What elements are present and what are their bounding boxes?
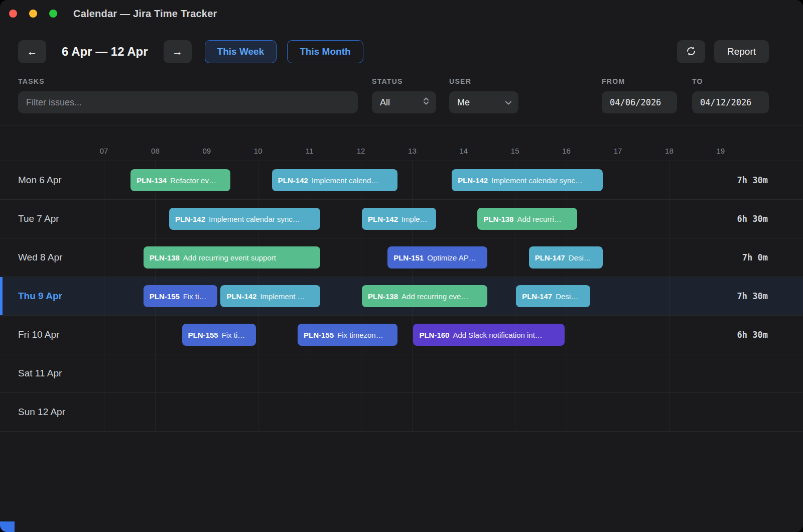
day-total: 6h 30m bbox=[737, 214, 768, 224]
bottom-left-accent-shape bbox=[0, 521, 15, 532]
day-row: Mon 6 AprPLN-134Refactor ev…PLN-142Imple… bbox=[0, 161, 803, 199]
day-row: Thu 9 AprPLN-155Fix ti…PLN-142Implement … bbox=[0, 277, 803, 315]
event-pill[interactable]: PLN-160Add Slack notification int… bbox=[413, 324, 564, 346]
status-select[interactable]: All bbox=[372, 91, 436, 113]
app-window: Calendar — Jira Time Tracker ← 6 Apr — 1… bbox=[0, 0, 803, 532]
event-pill[interactable]: PLN-147Desi… bbox=[529, 246, 603, 269]
hour-label: 13 bbox=[408, 147, 417, 155]
event-title: Add Slack notification int… bbox=[453, 331, 542, 339]
event-title: Desi… bbox=[556, 292, 578, 301]
event-key: PLN-155 bbox=[150, 292, 180, 301]
tasks-label: TASKS bbox=[18, 77, 358, 86]
calendar-rows: Mon 6 AprPLN-134Refactor ev…PLN-142Imple… bbox=[0, 161, 803, 432]
event-pill[interactable]: PLN-142Implement … bbox=[220, 285, 320, 307]
event-key: PLN-138 bbox=[150, 253, 180, 262]
hour-label: 09 bbox=[202, 147, 211, 155]
event-pill[interactable]: PLN-138Add recurring eve… bbox=[362, 285, 487, 307]
event-title: Implement calendar sync… bbox=[491, 176, 583, 185]
event-pill[interactable]: PLN-155Fix ti… bbox=[144, 285, 218, 307]
day-label: Fri 10 Apr bbox=[18, 329, 59, 340]
event-pill[interactable]: PLN-138Add recurring event support bbox=[144, 246, 320, 269]
event-pill[interactable]: PLN-142Implement calendar sync… bbox=[169, 208, 320, 230]
user-select-value: Me bbox=[457, 97, 470, 108]
event-pill[interactable]: PLN-138Add recurri… bbox=[477, 208, 577, 230]
event-key: PLN-160 bbox=[419, 331, 449, 339]
minimize-window-button[interactable] bbox=[29, 10, 37, 18]
this-week-button[interactable]: This Week bbox=[205, 40, 277, 63]
event-pill[interactable]: PLN-155Fix timezon… bbox=[298, 324, 397, 346]
event-key: PLN-142 bbox=[368, 215, 398, 223]
date-range-label: 6 Apr — 12 Apr bbox=[62, 45, 148, 59]
status-select-value: All bbox=[380, 97, 390, 108]
to-date-input[interactable] bbox=[692, 91, 769, 113]
refresh-button[interactable] bbox=[677, 40, 705, 63]
hour-label: 14 bbox=[459, 147, 468, 155]
event-pill[interactable]: PLN-142Implement calendar sync… bbox=[452, 169, 603, 191]
event-title: Implement … bbox=[260, 292, 305, 301]
filter-issues-input[interactable] bbox=[18, 91, 358, 113]
user-label: USER bbox=[449, 77, 518, 86]
event-title: Implement calendar sync… bbox=[209, 215, 300, 223]
event-pill[interactable]: PLN-155Fix ti… bbox=[182, 324, 256, 346]
event-pill[interactable]: PLN-142Imple… bbox=[362, 208, 436, 230]
status-label: STATUS bbox=[372, 77, 436, 86]
event-key: PLN-151 bbox=[393, 253, 424, 262]
hour-label: 18 bbox=[665, 147, 674, 155]
day-total: 7h 30m bbox=[737, 175, 768, 185]
day-label: Sun 12 Apr bbox=[18, 407, 65, 418]
day-label: Mon 6 Apr bbox=[18, 175, 62, 186]
day-label: Sat 11 Apr bbox=[18, 368, 62, 379]
event-key: PLN-147 bbox=[522, 292, 552, 301]
chevron-down-icon bbox=[505, 97, 512, 108]
day-total: 6h 30m bbox=[737, 330, 768, 340]
event-title: Fix ti… bbox=[183, 292, 207, 301]
day-row: Sat 11 Apr bbox=[0, 354, 803, 392]
hour-label: 16 bbox=[562, 147, 571, 155]
hour-label: 15 bbox=[511, 147, 519, 155]
event-pill[interactable]: PLN-147Desi… bbox=[516, 285, 590, 307]
close-window-button[interactable] bbox=[9, 10, 17, 18]
event-key: PLN-138 bbox=[368, 292, 398, 301]
day-row: Tue 7 AprPLN-142Implement calendar sync…… bbox=[0, 199, 803, 238]
titlebar: Calendar — Jira Time Tracker bbox=[0, 0, 803, 27]
zoom-window-button[interactable] bbox=[49, 10, 57, 18]
day-label: Thu 9 Apr bbox=[18, 291, 62, 302]
event-key: PLN-147 bbox=[535, 253, 565, 262]
filter-bar: TASKS STATUS All USER Me bbox=[0, 77, 803, 113]
calendar-grid: 07080910111213141516171819 Mon 6 AprPLN-… bbox=[0, 125, 803, 432]
event-key: PLN-134 bbox=[137, 176, 167, 185]
refresh-icon bbox=[686, 46, 697, 58]
hours-header: 07080910111213141516171819 bbox=[0, 126, 803, 161]
from-label: FROM bbox=[602, 77, 677, 86]
user-select[interactable]: Me bbox=[449, 91, 518, 113]
prev-week-button[interactable]: ← bbox=[18, 40, 46, 63]
event-pill[interactable]: PLN-134Refactor ev… bbox=[130, 169, 230, 191]
event-key: PLN-155 bbox=[188, 331, 218, 339]
event-title: Add recurring eve… bbox=[401, 292, 468, 301]
event-key: PLN-142 bbox=[278, 176, 308, 185]
window-title: Calendar — Jira Time Tracker bbox=[73, 8, 217, 20]
day-row: Sun 12 Apr bbox=[0, 392, 803, 431]
to-label: TO bbox=[692, 77, 769, 86]
hour-label: 19 bbox=[716, 147, 725, 155]
toolbar: ← 6 Apr — 12 Apr → This Week This Month … bbox=[0, 40, 803, 63]
hour-label: 08 bbox=[151, 147, 160, 155]
from-date-input[interactable] bbox=[602, 91, 677, 113]
day-total: 7h 0m bbox=[742, 252, 768, 262]
this-month-button[interactable]: This Month bbox=[287, 40, 363, 63]
day-label: Tue 7 Apr bbox=[18, 213, 59, 224]
next-week-button[interactable]: → bbox=[164, 40, 192, 63]
event-pill[interactable]: PLN-142Implement calend… bbox=[272, 169, 397, 191]
chevron-up-down-icon bbox=[423, 97, 430, 108]
report-button[interactable]: Report bbox=[714, 40, 769, 63]
hour-label: 10 bbox=[254, 147, 262, 155]
event-title: Optimize AP… bbox=[427, 253, 476, 262]
event-key: PLN-138 bbox=[483, 215, 513, 223]
event-title: Desi… bbox=[569, 253, 591, 262]
event-key: PLN-155 bbox=[304, 331, 334, 339]
hour-label: 07 bbox=[100, 147, 108, 155]
event-title: Add recurring event support bbox=[183, 253, 276, 262]
day-label: Wed 8 Apr bbox=[18, 252, 62, 263]
event-pill[interactable]: PLN-151Optimize AP… bbox=[387, 246, 487, 269]
day-row: Wed 8 AprPLN-138Add recurring event supp… bbox=[0, 238, 803, 277]
